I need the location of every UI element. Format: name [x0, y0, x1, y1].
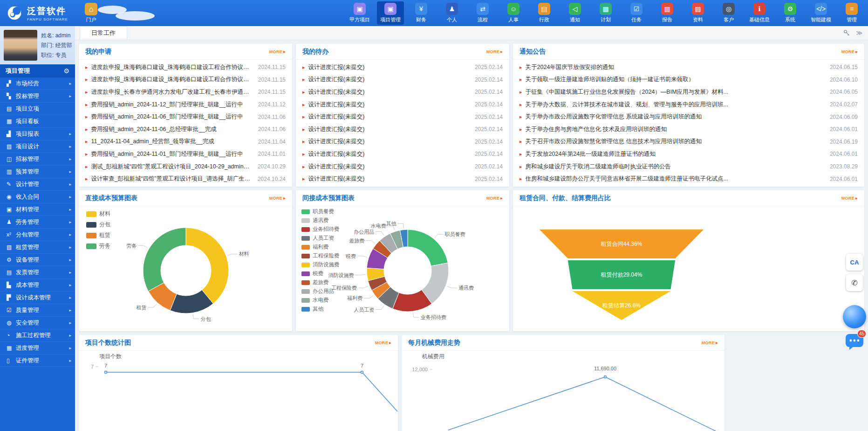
- legend-item[interactable]: 租赁: [86, 231, 110, 239]
- nav-portal[interactable]: ⌂ 门户: [85, 3, 97, 23]
- list-item[interactable]: ▸ 费用报销_admin_2024-11-01_部门经理审批_胡建__运行中 2…: [79, 148, 292, 160]
- more-link[interactable]: MORE▸: [841, 196, 858, 201]
- list-item[interactable]: ▸ 关于举办住房与房地产信息化 技术及应用培训班的通知 2024.06.01: [513, 123, 864, 136]
- sidebar-menu-item[interactable]: x² 分包管理 ▸: [0, 229, 75, 241]
- list-item[interactable]: ▸ 关于举办市政公用设施数字化管理信息 系统建设与应用培训班的通知 2024.0…: [513, 111, 864, 123]
- list-item[interactable]: ▸ 进度款申报_长春市伊通河水力发电厂改建工程_长春市伊通河水力发电... 20…: [79, 86, 292, 98]
- list-item[interactable]: ▸ 关于发放2024年第24批一级建造师注册证书的通知 2024.06.01: [513, 148, 864, 160]
- legend-item[interactable]: 分包: [86, 221, 110, 229]
- more-link[interactable]: MORE▸: [269, 49, 286, 54]
- more-link[interactable]: MORE▸: [486, 49, 503, 54]
- list-item[interactable]: ▸ 费用报销_admin_2024-11-06_总经理审批__完成 2024.1…: [79, 123, 292, 136]
- list-item[interactable]: ▸ 关于领取一级注册建造师培训贴的通知（须持一建证书前来领取） 2024.06.…: [513, 74, 864, 86]
- list-item[interactable]: ▸ 设计进度汇报(未提交) 2025.02.14: [296, 61, 509, 74]
- sidebar-menu-item[interactable]: ▛ 设计成本管理 ▸: [0, 292, 75, 304]
- sidebar-menu-item[interactable]: ◔ 施工过程管理 ▸: [0, 329, 75, 342]
- legend-item[interactable]: 材料: [86, 210, 110, 218]
- user-avatar[interactable]: [4, 30, 37, 61]
- legend-item[interactable]: 人员工资: [301, 235, 340, 242]
- list-item[interactable]: ▸ 关于举办大数据、云计算技术在城市建设、规划、管理与服务中的应用培训班... …: [513, 98, 864, 111]
- contact-widget[interactable]: ✆: [846, 274, 863, 291]
- list-item[interactable]: ▸ 于征集《中国建筑施工行业信息化发展报告（2024）—BIM应用与发展》材料.…: [513, 86, 864, 98]
- chat-button[interactable]: 45: [845, 332, 864, 351]
- top-nav-item[interactable]: ℹ 基础信息: [746, 1, 773, 25]
- top-nav-item[interactable]: ▦ 计划: [592, 1, 619, 25]
- list-item[interactable]: ▸ 测试_彭祖新城“四馆”景观工程设计项目_2024-10-29_admin_结…: [79, 160, 292, 173]
- gear-icon[interactable]: ⚙: [63, 67, 69, 75]
- top-nav-item[interactable]: ▨ 资料: [684, 1, 711, 25]
- list-item[interactable]: ▸ 关于2024年国庆节放假安排的通知 2024.06.15: [513, 61, 864, 74]
- top-nav-item[interactable]: ▣ 项目管理: [377, 1, 404, 25]
- list-item[interactable]: ▸ 设计审查_彭祖新城“四馆”景观工程设计项目_请选择_胡广生_2024-10-…: [79, 173, 292, 185]
- top-nav-item[interactable]: ▥ 报告: [654, 1, 681, 25]
- sidebar-menu-item[interactable]: ⚙ 设备管理 ▸: [0, 254, 75, 266]
- sidebar-section-header[interactable]: 项目管理 ⚙: [0, 64, 75, 77]
- legend-item[interactable]: 税费: [301, 270, 340, 277]
- list-item[interactable]: ▸ 设计进度汇报(未提交) 2025.02.14: [296, 98, 509, 111]
- sidebar-menu-item[interactable]: ♟ 劳务管理 ▸: [0, 216, 75, 229]
- key-icon[interactable]: [843, 29, 850, 36]
- top-nav-item[interactable]: ≡ 管理: [838, 1, 865, 25]
- more-link[interactable]: MORE▸: [375, 341, 391, 345]
- legend-item[interactable]: 职员餐费: [301, 208, 340, 215]
- top-nav-item[interactable]: </> 智能建模: [807, 1, 834, 25]
- sidebar-menu-item[interactable]: ▥ 预算管理 ▸: [0, 166, 75, 178]
- sidebar-menu-item[interactable]: ▯ 证件管理 ▸: [0, 355, 75, 367]
- legend-item[interactable]: 差旅费: [301, 279, 340, 286]
- more-link[interactable]: MORE▸: [841, 49, 858, 54]
- list-item[interactable]: ▸ 进度款申报_珠海鹤港口建设_珠海鹤港口建设工程合作协议书_admin_...…: [79, 61, 292, 74]
- sidebar-menu-item[interactable]: ▨ 项目设计 ▸: [0, 140, 75, 153]
- top-nav-item[interactable]: ⚙ 系统: [777, 1, 804, 25]
- list-item[interactable]: ▸ 设计进度汇报(未提交) 2025.02.14: [296, 74, 509, 86]
- top-nav-item[interactable]: ♟ 个人: [438, 1, 465, 25]
- sidebar-menu-item[interactable]: ▟ 项目报表 ▸: [0, 128, 75, 140]
- legend-item[interactable]: 劳务: [86, 242, 110, 250]
- top-nav-item[interactable]: ☺ 人事: [500, 1, 527, 25]
- sidebar-menu-item[interactable]: ▞ 市场经营 ▸: [0, 77, 75, 90]
- sidebar-menu-item[interactable]: ▚ 投标管理 ▸: [0, 90, 75, 103]
- legend-item[interactable]: 消防设施费: [301, 261, 340, 268]
- top-nav-item[interactable]: ☑ 任务: [623, 1, 650, 25]
- list-item[interactable]: ▸ 设计进度汇报(未提交) 2025.02.14: [296, 111, 509, 123]
- sidebar-menu-item[interactable]: ▦ 项目看板 ▸: [0, 115, 75, 128]
- list-item[interactable]: ▸ 进度款申报_珠海鹤港口建设_珠海鹤港口建设工程合作协议书_admin_...…: [79, 74, 292, 86]
- ca-widget[interactable]: CA: [846, 254, 863, 271]
- list-item[interactable]: ▸ 房和城乡建设厅关于取消二级建造师临时执业证书的公告 2023.08.29: [513, 160, 864, 173]
- top-nav-item[interactable]: ▤ 行政: [531, 1, 558, 25]
- sidebar-menu-item[interactable]: ▙ 成本管理 ▸: [0, 279, 75, 292]
- sidebar-menu-item[interactable]: ◫ 招标管理 ▸: [0, 153, 75, 166]
- sidebar-menu-item[interactable]: ☑ 质量管理 ▸: [0, 304, 75, 317]
- list-item[interactable]: ▸ 设计进度汇报(未提交) 2025.02.14: [296, 173, 509, 185]
- collapse-panel-icon[interactable]: ≫: [856, 29, 862, 36]
- legend-item[interactable]: 通讯费: [301, 217, 340, 224]
- more-link[interactable]: MORE▸: [486, 196, 503, 201]
- top-nav-item[interactable]: ▣ 甲方项目: [346, 1, 373, 25]
- assistant-avatar[interactable]: [843, 305, 866, 328]
- legend-item[interactable]: 福利费: [301, 243, 340, 250]
- legend-item[interactable]: 工程保险费: [301, 252, 340, 259]
- legend-item[interactable]: 水电费: [301, 297, 340, 304]
- list-item[interactable]: ▸ 设计进度汇报(未提交) 2025.02.14: [296, 160, 509, 173]
- sidebar-menu-item[interactable]: ▤ 发票管理 ▸: [0, 266, 75, 279]
- tab-daily-work[interactable]: 日常工作: [80, 26, 127, 40]
- list-item[interactable]: ▸ 设计进度汇报(未提交) 2025.02.14: [296, 123, 509, 136]
- legend-item[interactable]: 业务招待费: [301, 226, 340, 233]
- list-item[interactable]: ▸ 住房和城乡建设部办公厅关于同意吉林省开展二级建造师注册证书电子化试点... …: [513, 173, 864, 185]
- list-item[interactable]: ▸ 设计进度汇报(未提交) 2025.02.14: [296, 86, 509, 98]
- list-item[interactable]: ▸ 费用报销_admin_2024-11-06_部门经理审批_胡建__运行中 2…: [79, 111, 292, 123]
- sidebar-menu-item[interactable]: ▤ 项目立项 ▸: [0, 103, 75, 115]
- legend-item[interactable]: 其他: [301, 306, 340, 313]
- list-item[interactable]: ▸ 设计进度汇报(未提交) 2025.02.14: [296, 148, 509, 160]
- sidebar-menu-item[interactable]: ▣ 材料管理 ▸: [0, 203, 75, 216]
- top-nav-item[interactable]: ◎ 客户: [715, 1, 742, 25]
- list-item[interactable]: ▸ 关于召开市政公用设施智慧化管理信息 信息技术与应用培训班的通知 2024.0…: [513, 136, 864, 148]
- sidebar-menu-item[interactable]: ▧ 租赁管理 ▸: [0, 241, 75, 254]
- sidebar-menu-item[interactable]: ✎ 设计管理 ▸: [0, 178, 75, 191]
- top-nav-item[interactable]: ¥ 财务: [408, 1, 435, 25]
- sidebar-menu-item[interactable]: ◉ 收入合同 ▸: [0, 191, 75, 203]
- legend-item[interactable]: 办公用品: [301, 288, 340, 295]
- top-nav-item[interactable]: ◁ 通知: [561, 1, 588, 25]
- list-item[interactable]: ▸ 费用报销_admin_2024-11-12_部门经理审批_胡建__运行中 2…: [79, 98, 292, 111]
- list-item[interactable]: ▸ 设计进度汇报(未提交) 2025.02.14: [296, 136, 509, 148]
- list-item[interactable]: ▸ 11_2024-11-04_admin_经营部_领导审批__完成 2024.…: [79, 136, 292, 148]
